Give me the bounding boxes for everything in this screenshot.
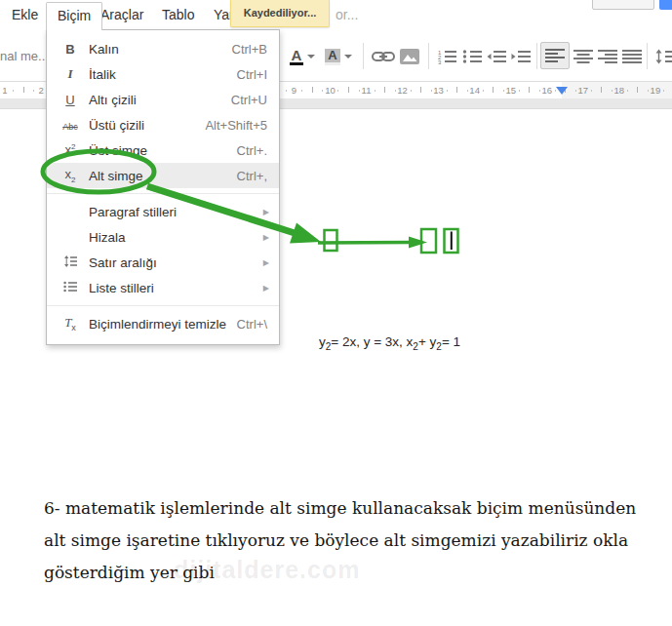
format-menu-item-hizala[interactable]: Hizala▶	[47, 224, 279, 250]
menu-separator	[47, 193, 279, 194]
right-indent-marker[interactable]	[556, 87, 568, 95]
ruler-number: 11	[362, 85, 372, 96]
ruler-dot	[627, 90, 628, 92]
ruler-dot	[359, 90, 360, 92]
format-menu-item-alt-izili[interactable]: UAltı çiziliCtrl+U	[47, 87, 279, 112]
ruler-tick	[456, 87, 457, 93]
ruler-dot	[431, 90, 432, 92]
menu-bicim[interactable]: Biçim	[46, 2, 102, 30]
highlight-color-icon: A	[325, 49, 339, 65]
menu-tablo[interactable]: Tablo	[162, 0, 194, 29]
ruler-number: 15	[505, 85, 516, 96]
ruler-dot	[663, 90, 664, 92]
menu-item-label: Üst simge	[89, 143, 237, 158]
format-menu-item-liste-stilleri[interactable]: Liste stilleri▶	[47, 275, 279, 300]
menu-item-label: Paragraf stilleri	[89, 205, 263, 219]
paragraph-line: 6- matematik işlemlerinde alt simge kull…	[44, 492, 639, 525]
comments-button-fragment[interactable]	[592, 0, 654, 10]
decrease-indent-icon	[487, 49, 506, 64]
increase-indent-button[interactable]	[508, 44, 534, 69]
bulleted-list-icon	[462, 49, 482, 64]
ruler-number: 10	[325, 85, 336, 96]
ruler-tick	[312, 87, 313, 93]
link-icon	[372, 49, 395, 64]
equation-text: y2= 2x, y = 3x, x2+ y2= 1	[319, 334, 460, 352]
menu-araclar[interactable]: Araçlar	[100, 0, 143, 29]
format-menu-item-st-izili[interactable]: AbcÜstü çiziliAlt+Shift+5	[47, 112, 279, 137]
align-center-icon	[573, 49, 593, 64]
ruler-tick	[348, 87, 349, 93]
line-spacing-button[interactable]	[652, 44, 672, 69]
format-menu-item-paragraf-stilleri[interactable]: Paragraf stilleri▶	[47, 199, 279, 224]
share-button-fragment[interactable]	[659, 0, 672, 10]
image-icon	[400, 49, 419, 64]
toolbar-separator	[363, 43, 364, 69]
ruler-dot	[395, 90, 396, 92]
google-docs-window: Ekle Araçlar Tablo Yard or... Biçim Kayd…	[0, 0, 672, 626]
ruler-dot	[286, 90, 287, 92]
line-spacing-icon	[58, 255, 83, 270]
ruler-number: 2	[38, 85, 43, 96]
numbered-list-button[interactable]: 123	[434, 44, 459, 69]
ruler-number: 18	[614, 85, 625, 96]
chevron-down-icon	[307, 55, 315, 59]
format-menu-item-i-talik[interactable]: IİtalikCtrl+I	[47, 61, 279, 87]
ruler-dot	[322, 90, 323, 92]
strikethrough-icon: Abc	[58, 118, 83, 133]
format-menu-item-sat-r-aral[interactable]: Satır aralığı▶	[47, 250, 279, 275]
line-spacing-icon	[655, 49, 672, 64]
paragraph-line: gösterdiğim yer gibi	[44, 557, 639, 589]
numbered-list-icon: 123	[437, 49, 456, 64]
align-right-button[interactable]	[595, 44, 620, 69]
menu-item-shortcut: Ctrl+I	[237, 67, 267, 82]
menu-item-shortcut: Alt+Shift+5	[205, 118, 267, 133]
saving-bubble: Kaydediliyor...	[230, 0, 330, 27]
ruler-dot	[301, 90, 302, 92]
highlight-color-button[interactable]: A	[323, 44, 354, 69]
ruler-number: 13	[433, 85, 444, 96]
menu-item-label: Liste stilleri	[89, 281, 263, 295]
ruler-dot	[648, 90, 649, 92]
menu-item-label: Kalın	[89, 42, 232, 57]
paragraph-line: alt simge işaretine tıklıyoruz ve böylec…	[44, 525, 639, 557]
text-color-button[interactable]: A	[288, 44, 317, 69]
ruler-dot	[467, 90, 468, 92]
menu-item-shortcut: Ctrl+B	[232, 42, 267, 57]
ruler-number: 17	[578, 85, 589, 96]
text-color-icon: A	[290, 49, 304, 65]
ruler-dot	[519, 90, 520, 92]
paragraph-text: 6- matematik işlemlerinde alt simge kull…	[44, 492, 639, 589]
menu-item-shortcut: Ctrl+,	[237, 169, 267, 183]
subscript-icon: x2	[58, 167, 83, 184]
format-menu-item-st-simge[interactable]: x2Üst simgeCtrl+.	[47, 137, 279, 163]
ruler-dot	[411, 90, 412, 92]
clear-formatting-icon: Tx	[58, 315, 83, 333]
menu-ekle[interactable]: Ekle	[12, 0, 38, 29]
ruler-number: 1	[2, 85, 7, 96]
format-menu-item-alt-simge[interactable]: x2Alt simgeCtrl+,	[47, 163, 279, 188]
ruler-tick	[601, 87, 602, 93]
ruler-tick	[529, 87, 530, 93]
ruler-tick	[420, 87, 421, 93]
align-right-icon	[598, 49, 617, 64]
align-left-button[interactable]	[540, 42, 570, 69]
align-center-button[interactable]	[571, 44, 596, 69]
bold-icon: B	[58, 42, 83, 57]
paragraph-style-dropdown[interactable]: nal me...	[0, 44, 49, 69]
toolbar-separator	[428, 43, 429, 69]
format-menu-item-bi-imlendirmeyi-temizle[interactable]: TxBiçimlendirmeyi temizleCtrl+\	[47, 311, 279, 336]
menu-item-label: Altı çizili	[89, 93, 231, 107]
bulleted-list-button[interactable]	[459, 44, 485, 69]
insert-link-button[interactable]	[370, 44, 397, 69]
ruler-number: 12	[397, 85, 408, 96]
format-menu-item-kal-n[interactable]: BKalınCtrl+B	[47, 36, 279, 61]
menu-item-label: Hizala	[89, 230, 263, 245]
ruler-dot	[337, 90, 338, 92]
insert-image-button[interactable]	[397, 44, 422, 69]
menu-item-shortcut: Ctrl+U	[231, 93, 267, 107]
ruler-dot	[575, 90, 576, 92]
decrease-indent-button[interactable]	[484, 44, 509, 69]
menu-item-label: Üstü çizili	[89, 118, 205, 133]
menu-item-label: İtalik	[89, 67, 237, 82]
justify-button[interactable]	[619, 44, 645, 69]
